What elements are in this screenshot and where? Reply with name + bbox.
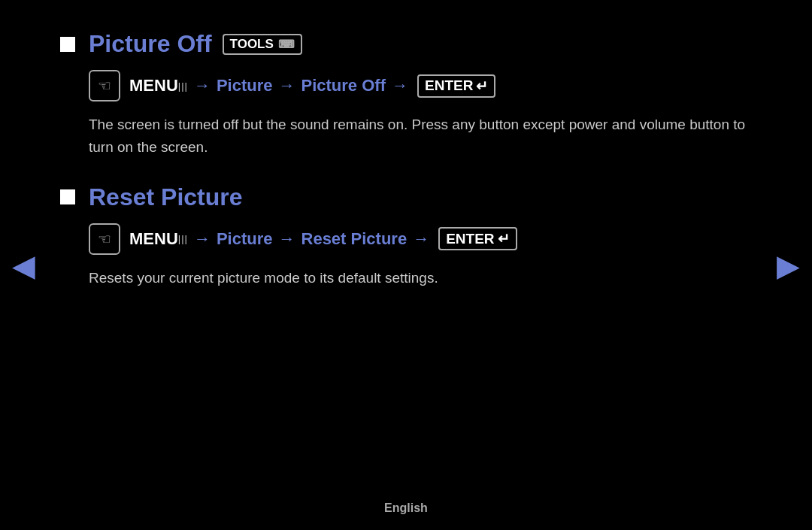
arrow-1a: →: [194, 76, 211, 95]
section-title-reset-picture: Reset Picture: [89, 183, 243, 211]
section-heading-picture-off: Picture Off TOOLS ⌨: [60, 30, 752, 58]
section-title-picture-off: Picture Off: [89, 30, 212, 58]
menu-bars-2: |||: [178, 233, 188, 244]
enter-icon-2: ↵: [498, 230, 510, 247]
menu-finger-icon-1: ☜: [89, 70, 120, 101]
tools-badge-label: TOOLS: [230, 37, 274, 52]
bullet-icon: [60, 37, 75, 52]
desc-reset-picture: Resets your current picture mode to its …: [89, 267, 752, 289]
desc-picture-off: The screen is turned off but the sound r…: [89, 114, 752, 159]
arrow-1c: →: [392, 76, 408, 95]
tools-badge: TOOLS ⌨: [223, 34, 302, 55]
enter-label-1: ENTER: [425, 77, 473, 94]
arrow-1b: →: [279, 76, 295, 95]
footer-language: English: [384, 501, 428, 514]
menu-path-picture-off: ☜ MENU ||| → Picture → Picture Off → ENT…: [89, 70, 752, 101]
tools-icon: ⌨: [278, 38, 295, 51]
main-content: Picture Off TOOLS ⌨ ☜ MENU ||| → Picture…: [0, 0, 812, 289]
arrow-2b: →: [279, 229, 295, 249]
menu-bars-1: |||: [178, 80, 188, 92]
bullet-icon-2: [60, 189, 75, 204]
menu-finger-icon-2: ☜: [89, 223, 120, 255]
enter-badge-2: ENTER ↵: [438, 227, 517, 250]
arrow-2c: →: [413, 229, 429, 249]
nav-arrow-left[interactable]: ◀: [12, 248, 35, 283]
step-reset-picture: Reset Picture: [301, 229, 408, 249]
footer: English: [0, 501, 812, 515]
nav-arrow-right[interactable]: ▶: [777, 248, 800, 283]
enter-badge-1: ENTER ↵: [417, 74, 495, 98]
menu-path-reset-picture: ☜ MENU ||| → Picture → Reset Picture → E…: [89, 223, 752, 255]
step-picture-1: Picture: [217, 76, 273, 95]
step-picture-off: Picture Off: [301, 76, 386, 95]
section-heading-reset-picture: Reset Picture: [60, 183, 752, 211]
enter-icon-1: ↵: [476, 77, 488, 95]
menu-label-1: MENU: [129, 76, 178, 95]
section-reset-picture: Reset Picture ☜ MENU ||| → Picture → Res…: [60, 183, 752, 289]
section-picture-off: Picture Off TOOLS ⌨ ☜ MENU ||| → Picture…: [60, 30, 752, 159]
step-picture-2: Picture: [217, 229, 273, 249]
arrow-2a: →: [194, 229, 211, 249]
enter-label-2: ENTER: [446, 231, 494, 247]
menu-label-2: MENU: [129, 229, 178, 249]
